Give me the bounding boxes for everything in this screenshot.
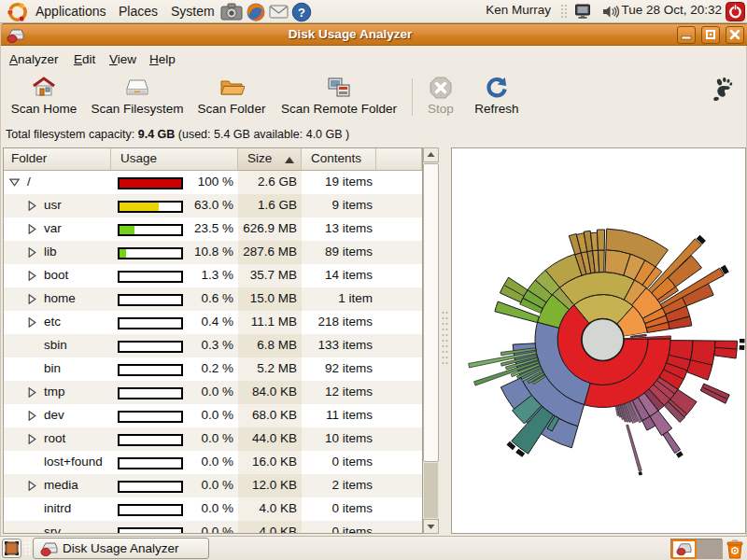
- svg-text:?: ?: [298, 6, 305, 20]
